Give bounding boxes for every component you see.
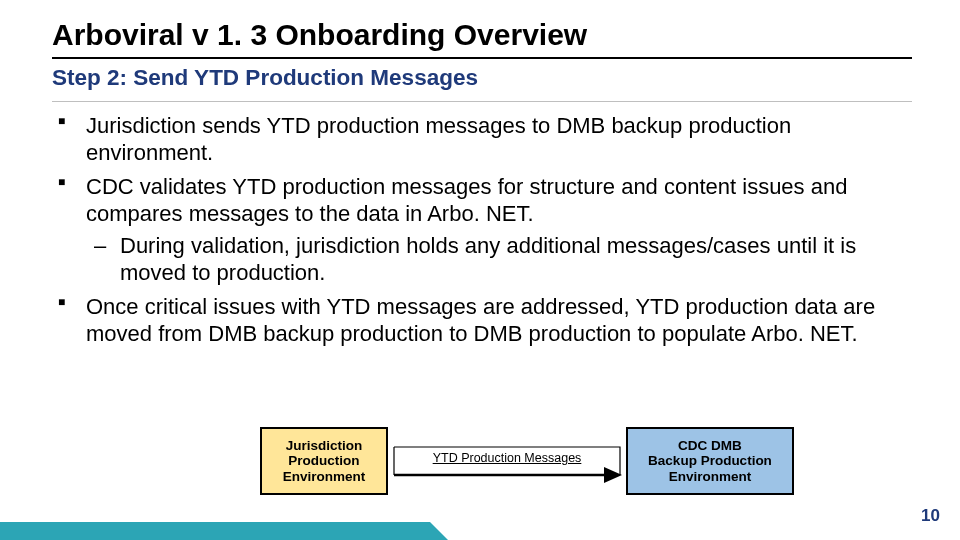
bullet-item: CDC validates YTD production messages fo…	[52, 173, 912, 287]
slide-title: Arboviral v 1. 3 Onboarding Overview	[52, 18, 912, 53]
diagram-arrow-label: YTD Production Messages	[392, 451, 622, 465]
title-rule	[52, 57, 912, 59]
slide: Arboviral v 1. 3 Onboarding Overview Ste…	[0, 0, 960, 540]
diagram-box-jurisdiction: JurisdictionProductionEnvironment	[260, 427, 388, 495]
diagram-arrow: YTD Production Messages	[392, 445, 622, 485]
bullet-list: Jurisdiction sends YTD production messag…	[52, 112, 912, 348]
footer-teal	[0, 522, 430, 540]
sub-bullet-item: During validation, jurisdiction holds an…	[86, 232, 912, 287]
bullet-item: Jurisdiction sends YTD production messag…	[52, 112, 912, 167]
sub-bullet-list: During validation, jurisdiction holds an…	[86, 232, 912, 287]
footer-bar	[0, 522, 960, 540]
bullet-text: CDC validates YTD production messages fo…	[86, 174, 847, 227]
flow-diagram: JurisdictionProductionEnvironment YTD Pr…	[0, 427, 960, 517]
subtitle-rule	[52, 101, 912, 102]
slide-subtitle: Step 2: Send YTD Production Messages	[52, 65, 912, 91]
diagram-box-cdc: CDC DMBBackup ProductionEnvironment	[626, 427, 794, 495]
bullet-item: Once critical issues with YTD messages a…	[52, 293, 912, 348]
